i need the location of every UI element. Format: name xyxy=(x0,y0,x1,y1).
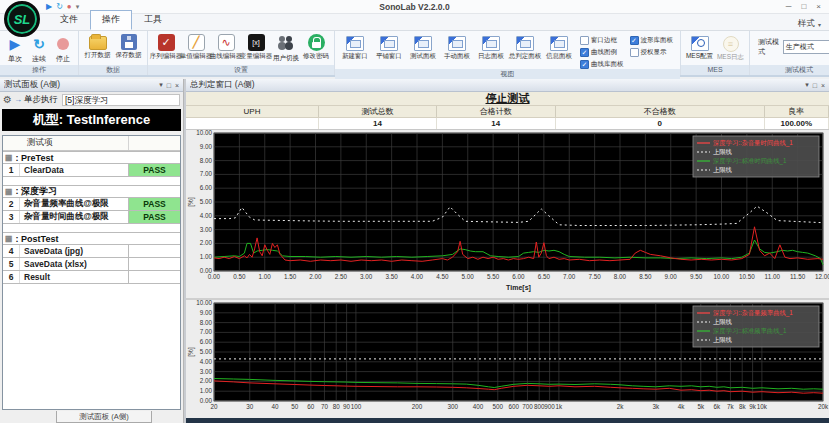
ribbon-button-sequence-editor[interactable]: ✓序列编辑器 xyxy=(151,33,181,61)
ribbon-button-mes-log[interactable]: ≡MES日志 xyxy=(715,33,746,62)
menu-tab-工具[interactable]: 工具 xyxy=(132,10,174,30)
chart-svg: 2030405060708090100200300400500600700800… xyxy=(186,300,829,418)
stats-value-cell: 14 xyxy=(319,118,437,129)
test-item-result: PASS xyxy=(128,164,180,176)
ribbon-button-change-password[interactable]: 修改密码 xyxy=(301,33,331,61)
ribbon-group-MES: MES配置≡MES日志MES xyxy=(681,31,750,75)
maximize-button[interactable]: □ xyxy=(801,2,806,11)
test-item-row[interactable]: 5SaveData (xlsx) xyxy=(3,258,180,271)
stats-value-cell: 14 xyxy=(437,118,556,129)
group-expand-icon[interactable]: ▦ xyxy=(5,153,13,162)
svg-text:500: 500 xyxy=(493,403,504,410)
group-expand-icon[interactable]: ▦ xyxy=(5,187,13,196)
test-panel-bottom-tab[interactable]: 测试面板 (A侧) xyxy=(56,411,152,423)
ribbon-button-new-window[interactable]: 新建窗口 xyxy=(338,33,372,61)
ribbon-button-label: 信息面板 xyxy=(546,52,572,61)
svg-text:30: 30 xyxy=(246,403,254,410)
style-menu[interactable]: 样式 ▾ xyxy=(798,18,829,30)
ribbon-button-info-panel[interactable]: 信息面板 xyxy=(542,33,576,61)
ribbon-button-open-data[interactable]: 打开数据 xyxy=(82,33,113,60)
chevron-down-icon[interactable]: ▾ xyxy=(805,81,809,89)
checkbox-窗口边框[interactable]: 窗口边框 xyxy=(580,36,624,45)
checkbox-曲线图例[interactable]: ✓曲线图例 xyxy=(580,48,624,57)
test-item-row[interactable]: 2杂音量频率曲线@极限PASS xyxy=(3,198,180,211)
svg-text:深度学习::杂音量频率曲线_1: 深度学习::杂音量频率曲线_1 xyxy=(713,309,793,317)
test-item-name: SaveData (jpg) xyxy=(20,245,128,257)
gear-icon[interactable]: ⚙ xyxy=(3,94,12,105)
close-icon[interactable]: × xyxy=(175,82,179,89)
svg-text:深度学习::杂音量时间曲线_1: 深度学习::杂音量时间曲线_1 xyxy=(713,139,793,147)
ribbon-button-manual-panel[interactable]: 手动面板 xyxy=(440,33,474,61)
ribbon-button-label: 保存数据 xyxy=(116,51,142,60)
chevron-down-icon[interactable]: ▾ xyxy=(159,81,163,89)
ribbon-button-log-panel[interactable]: 日志面板 xyxy=(474,33,508,61)
test-group-row[interactable]: ▦: PostTest xyxy=(3,232,180,245)
ribbon-button-curve-editor[interactable]: ∿曲线编辑器 xyxy=(211,33,241,61)
minimize-button[interactable]: ─ xyxy=(786,2,792,11)
pin-icon[interactable]: □ xyxy=(167,82,171,89)
svg-text:600: 600 xyxy=(509,403,520,410)
close-icon[interactable]: × xyxy=(821,82,825,89)
checkbox-label: 窗口边框 xyxy=(591,36,617,45)
ribbon-button-label: 变量编辑器 xyxy=(240,52,273,61)
test-item-result: PASS xyxy=(128,211,180,223)
ribbon-button-stop[interactable]: 停止 xyxy=(51,33,75,64)
ribbon-button-save-data[interactable]: 保存数据 xyxy=(113,33,144,60)
stats-header-cell: 良率 xyxy=(765,106,829,117)
ribbon-button-run-continuous[interactable]: ↻连续 xyxy=(27,33,51,64)
svg-text:900: 900 xyxy=(544,403,555,410)
step-target-field[interactable]: [5]深度学习 xyxy=(62,94,180,106)
test-group-row[interactable]: ▦: 深度学习 xyxy=(3,185,180,198)
checkbox-icon xyxy=(580,36,589,45)
ribbon-button-judgment-panel[interactable]: 总判定面板 xyxy=(508,33,542,61)
close-button[interactable]: × xyxy=(816,2,821,11)
ribbon-button-value-editor[interactable]: ╱单值编辑器 xyxy=(181,33,211,61)
judgment-panel-title: 总判定窗口 (A侧) xyxy=(190,79,801,91)
ribbon-button-run-single[interactable]: ▶单次 xyxy=(3,33,27,64)
menu-tab-操作[interactable]: 操作 xyxy=(90,10,132,30)
svg-text:6.00: 6.00 xyxy=(200,184,213,191)
ribbon-button-user-switch[interactable]: 用户切换 xyxy=(271,33,301,63)
checkbox-授权显示[interactable]: 授权显示 xyxy=(630,48,674,57)
test-item-row[interactable]: 3杂音量时间曲线@极限PASS xyxy=(3,211,180,224)
users-icon xyxy=(276,34,296,53)
test-item-row[interactable]: 1ClearDataPASS xyxy=(3,164,180,177)
group-expand-icon[interactable]: ▦ xyxy=(5,234,13,243)
app-logo[interactable]: SL xyxy=(4,1,40,37)
svg-text:9.00: 9.00 xyxy=(665,273,678,280)
ribbon-button-test-panel[interactable]: 测试面板 xyxy=(406,33,440,61)
ribbon-group-测试模式: 测试模式生产模式▾测试模式 xyxy=(750,31,829,75)
svg-text:深度学习::标准时间曲线_1: 深度学习::标准时间曲线_1 xyxy=(713,157,787,165)
ribbon-button-variable-editor[interactable]: [x]变量编辑器 xyxy=(241,33,271,61)
svg-text:7.00: 7.00 xyxy=(563,273,576,280)
test-item-row[interactable]: 6Result xyxy=(3,271,180,284)
svg-text:7.00: 7.00 xyxy=(200,328,213,335)
step-execution-label: 单步执行 xyxy=(24,94,58,106)
checkbox-icon: ✓ xyxy=(580,60,589,69)
svg-text:4k: 4k xyxy=(678,403,686,410)
ribbon-button-label: 序列编辑器 xyxy=(150,52,183,61)
svg-text:0.00: 0.00 xyxy=(208,273,221,280)
test-panel-titlebar: 测试面板 (A侧) ▾ □ × xyxy=(0,79,183,92)
svg-text:2k: 2k xyxy=(617,403,625,410)
svg-text:1.00: 1.00 xyxy=(200,253,213,260)
test-mode-select[interactable]: 生产模式▾ xyxy=(783,40,829,54)
ribbon-button-mes-config[interactable]: MES配置 xyxy=(684,33,715,61)
test-item-row[interactable]: 4SaveData (jpg) xyxy=(3,245,180,258)
menu-tab-文件[interactable]: 文件 xyxy=(48,10,90,30)
test-status-bar: 停止测试 xyxy=(186,92,829,106)
test-group-row[interactable]: ▦: PreTest xyxy=(3,151,180,164)
view-checkboxes: 窗口边框✓曲线图例✓曲线库面板✓波形库面板授权显示 xyxy=(576,33,677,69)
svg-text:20: 20 xyxy=(210,403,218,410)
svg-text:上限线: 上限线 xyxy=(713,318,733,325)
checkbox-波形库面板[interactable]: ✓波形库面板 xyxy=(630,36,674,45)
checkbox-曲线库面板[interactable]: ✓曲线库面板 xyxy=(580,60,624,69)
checkbox-label: 波形库面板 xyxy=(641,36,674,45)
svg-text:4.00: 4.00 xyxy=(200,358,213,365)
svg-text:[%]: [%] xyxy=(187,347,195,357)
svg-text:[%]: [%] xyxy=(187,197,195,207)
ribbon-button-tile-window[interactable]: 平铺窗口 xyxy=(372,33,406,61)
test-panel: 测试面板 (A侧) ▾ □ × ⚙ → 单步执行 [5]深度学习 机型: Tes… xyxy=(0,79,184,423)
svg-text:5.00: 5.00 xyxy=(200,198,213,205)
pin-icon[interactable]: □ xyxy=(813,82,817,89)
